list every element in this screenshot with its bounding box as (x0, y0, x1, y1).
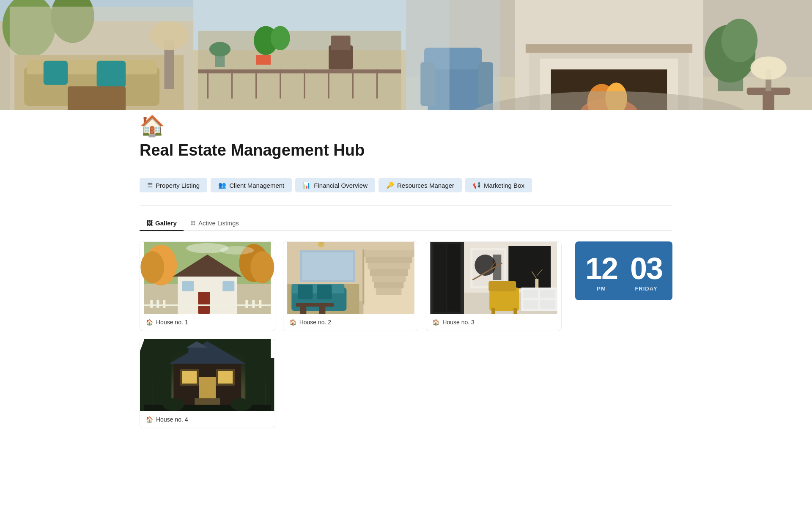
svg-rect-133 (266, 358, 274, 411)
svg-rect-67 (182, 281, 194, 291)
clock-hour: 12 (585, 253, 617, 284)
svg-rect-115 (489, 281, 516, 291)
svg-rect-31 (331, 36, 351, 50)
house-2-image (283, 242, 418, 314)
svg-rect-12 (68, 86, 126, 110)
nav-tab-client-management[interactable]: 👥 Client Management (211, 178, 292, 192)
clock-period: PM (597, 285, 606, 292)
image-icon: 🖼 (146, 219, 153, 227)
gallery-card-house-4[interactable]: 🏠 House no. 4 (140, 339, 275, 428)
key-icon: 🔑 (386, 181, 394, 189)
house-1-image (140, 242, 275, 314)
svg-rect-84 (370, 269, 408, 276)
page-content: 🏠 Real Estate Management Hub ☰ Property … (114, 110, 698, 454)
clock-minute-block: 03 FRIDAY (625, 247, 667, 295)
section-divider (140, 205, 672, 206)
svg-rect-122 (540, 300, 555, 309)
svg-rect-11 (97, 61, 126, 88)
svg-rect-72 (163, 300, 165, 308)
clock-hour-block: 12 PM (580, 247, 623, 295)
video-icon: 📊 (303, 181, 311, 189)
tab-gallery[interactable]: 🖼 Gallery (140, 216, 184, 231)
house-sm-icon-3: 🏠 (432, 319, 439, 326)
tab-active-listings[interactable]: ⊞ Active Listings (184, 216, 246, 231)
nav-tab-financial-overview[interactable]: 📊 Financial Overview (295, 178, 375, 192)
svg-rect-86 (374, 282, 403, 288)
house-3-image (426, 242, 561, 314)
svg-rect-148 (144, 405, 271, 411)
svg-rect-105 (434, 244, 447, 312)
svg-point-57 (750, 56, 787, 79)
svg-rect-123 (535, 279, 539, 288)
svg-rect-94 (296, 303, 334, 307)
gallery-section: 🏠 House no. 1 (140, 241, 562, 428)
svg-rect-71 (156, 300, 159, 308)
svg-rect-116 (492, 308, 495, 314)
svg-rect-128 (140, 352, 152, 411)
svg-rect-140 (188, 348, 205, 360)
svg-marker-135 (152, 339, 163, 343)
svg-rect-96 (319, 307, 325, 314)
svg-point-50 (721, 19, 758, 62)
list-icon: ☰ (147, 181, 153, 189)
hero-image-left (0, 0, 406, 110)
gallery-card-house-2[interactable]: 🏠 House no. 2 (283, 241, 419, 331)
svg-rect-132 (256, 345, 265, 411)
svg-rect-53 (406, 0, 450, 110)
svg-rect-129 (152, 343, 163, 411)
house-4-image (140, 339, 275, 411)
svg-point-150 (230, 398, 252, 411)
svg-rect-82 (365, 257, 412, 263)
svg-rect-119 (524, 290, 538, 298)
house-1-label: 🏠 House no. 1 (140, 314, 275, 331)
svg-rect-10 (44, 61, 68, 85)
hero-image-right (406, 0, 812, 110)
main-layout: 🏠 House no. 1 (140, 241, 672, 428)
svg-rect-68 (222, 281, 234, 291)
nav-tab-marketing-box[interactable]: 📢 Marketing Box (465, 178, 532, 192)
page-title: Real Estate Management Hub (140, 141, 672, 159)
hero-banner (0, 0, 812, 110)
svg-point-149 (163, 398, 184, 411)
svg-rect-120 (540, 290, 555, 298)
house-icon-large: 🏠 (140, 114, 672, 138)
house-4-label: 🏠 House no. 4 (140, 411, 275, 428)
svg-point-19 (271, 26, 290, 50)
svg-rect-83 (368, 263, 410, 269)
gallery-card-house-3[interactable]: 🏠 House no. 3 (426, 241, 562, 331)
gallery-grid-top: 🏠 House no. 1 (140, 241, 562, 331)
svg-rect-85 (372, 276, 406, 282)
house-2-label: 🏠 House no. 2 (283, 314, 418, 331)
svg-rect-95 (300, 307, 306, 314)
svg-rect-92 (298, 285, 313, 299)
view-tabs: 🖼 Gallery ⊞ Active Listings (140, 216, 672, 231)
house-3-label: 🏠 House no. 3 (426, 314, 561, 331)
svg-rect-98 (302, 252, 353, 280)
svg-point-61 (140, 251, 164, 283)
svg-point-14 (150, 21, 188, 50)
svg-rect-70 (150, 300, 153, 308)
svg-rect-74 (252, 300, 255, 308)
svg-rect-93 (317, 285, 332, 299)
house-sm-icon-1: 🏠 (146, 319, 153, 326)
clock-minute: 03 (630, 253, 662, 284)
house-sm-icon-2: 🏠 (289, 319, 296, 326)
svg-rect-145 (180, 369, 199, 386)
svg-point-33 (209, 42, 230, 56)
svg-point-63 (250, 251, 274, 283)
people-icon: 👥 (218, 181, 226, 189)
nav-tab-property-listing[interactable]: ☰ Property Listing (140, 178, 207, 192)
gallery-grid-bottom: 🏠 House no. 4 (140, 339, 562, 428)
clock-widget: 12 PM 03 FRIDAY (575, 241, 672, 300)
svg-rect-75 (259, 300, 261, 308)
svg-rect-20 (256, 55, 271, 65)
megaphone-icon: 📢 (473, 181, 481, 189)
svg-rect-146 (216, 369, 235, 386)
clock-display: 12 PM 03 FRIDAY (575, 241, 672, 300)
svg-rect-106 (447, 244, 460, 312)
gallery-card-house-1[interactable]: 🏠 House no. 1 (140, 241, 275, 331)
svg-rect-117 (514, 308, 517, 314)
svg-rect-43 (526, 44, 692, 53)
svg-rect-21 (198, 69, 401, 73)
nav-tab-resources-manager[interactable]: 🔑 Resources Manager (379, 178, 462, 192)
